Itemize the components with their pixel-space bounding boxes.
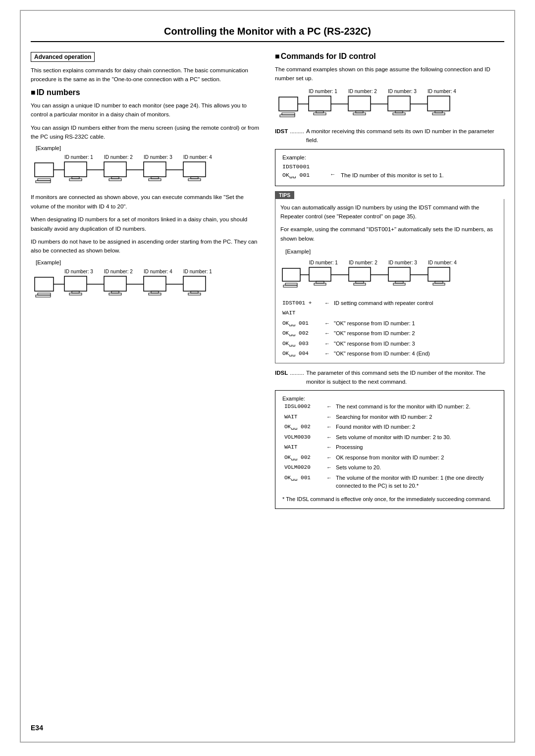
advanced-operation-label: Advanced operation (31, 52, 95, 62)
svg-text:ID number: 2: ID number: 2 (348, 89, 377, 94)
ex2-row-7: OK␣␣ 001 ← The volume of the monitor wit… (282, 473, 497, 491)
ex2-desc-5: OK response from monitor with ID number:… (334, 453, 497, 463)
id-numbers-heading: ID numbers (31, 88, 260, 97)
ex2-row-5: OK␣␣ 002 ← OK response from monitor with… (282, 453, 497, 463)
left-column: Advanced operation This section explains… (31, 52, 260, 513)
svg-rect-5 (38, 179, 51, 181)
tips-text2: For example, using the command "IDST001+… (280, 225, 499, 243)
svg-text:ID number: 4: ID number: 4 (183, 154, 212, 160)
tips-desc-3: "OK" response from ID number: 2 (332, 328, 499, 339)
ex2-cmd-1: WAIT (282, 412, 324, 422)
ex2-arr-1: ← (324, 412, 334, 422)
ex-row-idst0001: IDST0001 (282, 163, 497, 170)
page-footer: E34 (31, 724, 43, 732)
idsl-paragraph: IDSL ......... The parameter of this com… (275, 368, 504, 387)
page-container: Controlling the Monitor with a PC (RS-23… (20, 10, 515, 743)
ex-row-ok001: OK␣␣ 001 ← The ID number of this monitor… (282, 171, 497, 179)
id-para2: You can assign ID numbers either from th… (31, 123, 260, 142)
svg-text:ID number: 2: ID number: 2 (104, 269, 133, 274)
ex2-desc-4: Processing (334, 442, 497, 453)
idst-desc: A monitor receiving this command sets it… (306, 127, 504, 145)
svg-text:ID number: 1: ID number: 1 (309, 260, 338, 265)
tips-arr-3: ← (322, 328, 332, 339)
ex2-arr-7: ← (324, 473, 334, 491)
ex2-desc-1: Searching for monitor with ID number: 2 (334, 412, 497, 422)
ex-cmd-idst0001: IDST0001 (282, 163, 327, 170)
idst-dots: ......... (290, 127, 304, 145)
ex-arrow-ok001: ← (330, 171, 338, 177)
svg-rect-39 (183, 276, 206, 291)
ex2-cmd-7: OK␣␣ 001 (282, 473, 324, 491)
svg-rect-9 (69, 179, 82, 181)
svg-text:ID number: 3: ID number: 3 (64, 269, 93, 274)
svg-text:ID number: 4: ID number: 4 (428, 260, 457, 265)
svg-text:ID number: 1: ID number: 1 (183, 269, 212, 274)
svg-rect-50 (279, 97, 298, 111)
svg-rect-56 (348, 96, 371, 111)
idsl-key: IDSL (275, 368, 288, 387)
svg-rect-29 (36, 295, 51, 297)
svg-text:ID number: 2: ID number: 2 (349, 260, 377, 265)
svg-rect-7 (64, 162, 87, 177)
ex2-arr-2: ← (324, 422, 334, 432)
tips-row-1: WAIT (280, 308, 499, 318)
tips-cmd-1: WAIT (280, 308, 322, 318)
example-label-2: [Example] (36, 259, 260, 265)
svg-rect-51 (282, 113, 295, 115)
id-para3: When designating ID numbers for a set of… (31, 215, 260, 233)
tips-row-2: OK␣␣ 001 ← "OK" response from ID number:… (280, 318, 499, 329)
svg-rect-74 (285, 283, 297, 285)
svg-rect-78 (314, 283, 326, 285)
page-title: Controlling the Monitor with a PC (RS-23… (31, 26, 504, 42)
ex-desc-ok001: The ID number of this monitor is set to … (341, 171, 444, 179)
footnote: * The IDSL command is effective only onc… (282, 495, 497, 504)
svg-text:ID number: 1: ID number: 1 (64, 154, 93, 160)
tips-cmd-4: OK␣␣ 003 (280, 339, 322, 349)
tips-example-label: [Example] (285, 247, 499, 256)
tips-desc-5: "OK" response from ID number: 4 (End) (332, 349, 499, 359)
ex2-row-1: WAIT ← Searching for monitor with ID num… (282, 412, 497, 422)
example-title-2: Example: (282, 396, 497, 402)
svg-rect-15 (149, 179, 161, 181)
svg-rect-13 (144, 162, 166, 177)
ex2-arr-4: ← (324, 442, 334, 453)
svg-rect-76 (309, 267, 331, 281)
tips-row-4: OK␣␣ 003 ← "OK" response from ID number:… (280, 339, 499, 349)
tips-desc-2: "OK" response from ID number: 1 (332, 318, 499, 329)
ex2-row-0: IDSL0002 ← The next command is for the m… (282, 402, 497, 412)
tips-cmd-5: OK␣␣ 004 (280, 349, 322, 359)
svg-rect-12 (109, 179, 121, 181)
ex2-cmd-2: OK␣␣ 002 (282, 422, 324, 432)
tips-row-3: OK␣␣ 002 ← "OK" response from ID number:… (280, 328, 499, 339)
ex2-desc-3: Sets volume of monitor with ID number: 2… (334, 432, 497, 443)
svg-rect-27 (35, 277, 54, 291)
svg-rect-16 (183, 162, 206, 177)
svg-rect-6 (36, 181, 51, 183)
ex2-desc-7: The volume of the monitor with ID number… (334, 473, 497, 491)
ex2-desc-2: Found monitor with ID number: 2 (334, 422, 497, 432)
example-box-1: Example: IDST0001 OK␣␣ 001 ← The ID numb… (275, 149, 504, 186)
tips-row-0: IDST001 + ← ID setting command with repe… (280, 298, 499, 308)
svg-rect-82 (388, 267, 410, 281)
svg-rect-52 (280, 115, 295, 117)
ex2-desc-0: The next command is for the monitor with… (334, 402, 497, 412)
svg-rect-53 (309, 96, 331, 111)
chain-diagram-1: ID number: 1 ID number: 2 ID number: 3 I… (31, 153, 260, 188)
ex2-cmd-4: WAIT (282, 442, 324, 453)
ex2-arr-5: ← (324, 453, 334, 463)
ex2-cmd-6: VOLM0020 (282, 462, 324, 473)
tips-box: TIPS You can automatically assign ID num… (275, 191, 504, 363)
svg-rect-41 (188, 293, 201, 295)
footer-num: 34 (35, 724, 43, 732)
svg-rect-10 (104, 162, 126, 177)
tips-arr-0: ← (322, 298, 332, 308)
example-table-2: IDSL0002 ← The next command is for the m… (282, 402, 497, 491)
chain-diagram-2: ID number: 3 ID number: 2 ID number: 4 I… (31, 267, 260, 302)
ex2-cmd-3: VOLM0030 (282, 432, 324, 443)
footer-e: E (31, 724, 35, 732)
id-para4: ID numbers do not have to be assigned in… (31, 237, 260, 255)
ex2-desc-6: Sets volume to 20. (334, 462, 497, 473)
tips-desc-4: "OK" response from ID number: 3 (332, 339, 499, 349)
svg-text:ID number: 3: ID number: 3 (144, 154, 172, 160)
svg-rect-61 (393, 113, 405, 115)
